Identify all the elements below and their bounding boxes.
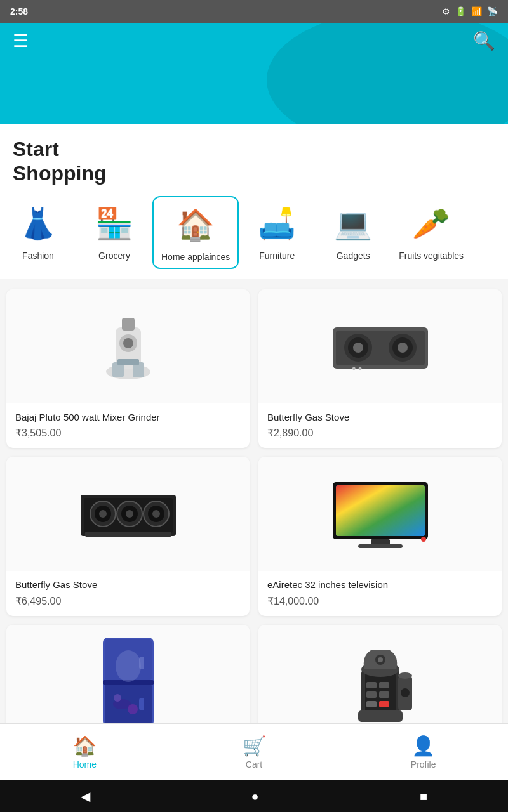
product-card-p1[interactable]: Bajaj Pluto 500 watt Mixer Grinder ₹3,50… (6, 289, 250, 449)
android-recent-button[interactable]: ■ (420, 789, 427, 804)
android-back-button[interactable]: ◀ (81, 789, 90, 804)
nav-label-cart: Cart (246, 759, 262, 769)
svg-point-49 (378, 657, 383, 662)
svg-rect-56 (358, 710, 403, 722)
product-info: Butterfly Gas Stove ₹2,890.00 (258, 403, 502, 449)
category-icon-wrap: 🏪 (91, 201, 137, 247)
category-item-fruits-vegetables[interactable]: 🥕 Fruits vegitables (391, 196, 471, 266)
product-info: Bajaj Pluto 500 watt Mixer Grinder ₹3,50… (6, 403, 250, 449)
svg-rect-31 (336, 485, 425, 536)
svg-point-43 (114, 694, 121, 702)
nav-label-profile: Profile (411, 759, 436, 769)
category-list: 👗 Fashion 🏪 Grocery 🏠 Home applainces 🛋️… (0, 186, 508, 279)
category-icon-wrap: 🥕 (408, 201, 454, 247)
category-item-furniture[interactable]: 🛋️ Furniture (239, 196, 315, 266)
product-image-wrap (6, 457, 250, 571)
product-image-wrap (258, 457, 502, 571)
category-label-fashion: Fashion (22, 251, 54, 261)
svg-rect-40 (139, 698, 144, 710)
svg-point-27 (152, 510, 160, 518)
battery-icon: 🔋 (455, 6, 466, 16)
category-item-gadgets[interactable]: 💻 Gadgets (315, 196, 391, 266)
category-icon-fashion: 👗 (19, 206, 57, 242)
category-icon-wrap: 🛋️ (254, 201, 300, 247)
svg-rect-33 (358, 544, 403, 548)
app-header: ☰ 🔍 (0, 23, 508, 124)
status-icons: ⚙ 🔋 📶 📡 (442, 6, 498, 16)
product-name: Butterfly Gas Stove (267, 411, 493, 424)
svg-rect-51 (379, 682, 389, 688)
category-item-home-applainces[interactable]: 🏠 Home applainces (152, 196, 239, 269)
product-price: ₹14,000.00 (267, 595, 493, 607)
category-label-home-applainces: Home applainces (161, 252, 230, 263)
android-home-button[interactable]: ● (251, 789, 258, 804)
category-icon-wrap: 👗 (15, 201, 61, 247)
nav-item-profile[interactable]: 👤 Profile (338, 735, 508, 769)
menu-icon[interactable]: ☰ (13, 30, 29, 51)
product-image-wrap (6, 289, 250, 403)
svg-point-44 (128, 704, 138, 714)
product-price: ₹3,505.00 (15, 427, 241, 439)
category-label-fruits-vegetables: Fruits vegitables (399, 251, 464, 261)
svg-rect-50 (366, 682, 377, 688)
product-name: Butterfly Gas Stove (15, 579, 241, 591)
category-icon-fruits-vegetables: 🥕 (412, 206, 450, 242)
category-icon-wrap: 🏠 (173, 202, 218, 248)
products-grid: Bajaj Pluto 500 watt Mixer Grinder ₹3,50… (6, 289, 502, 784)
signal-icon: 📡 (487, 6, 498, 16)
status-time: 2:58 (10, 6, 28, 16)
category-label-grocery: Grocery (98, 251, 130, 261)
nav-icon-home: 🏠 (73, 735, 97, 757)
svg-point-24 (126, 510, 133, 518)
category-item-fashion[interactable]: 👗 Fashion (0, 196, 76, 266)
svg-point-59 (401, 688, 410, 697)
hero-title: Start Shopping (13, 137, 495, 186)
svg-point-12 (353, 343, 363, 353)
category-icon-wrap: 💻 (330, 201, 376, 247)
svg-point-4 (123, 338, 133, 348)
search-icon[interactable]: 🔍 (473, 30, 495, 51)
category-label-gadgets: Gadgets (337, 251, 370, 261)
product-image-wrap (6, 625, 250, 739)
svg-rect-52 (366, 691, 377, 698)
svg-rect-55 (379, 701, 389, 707)
nav-item-cart[interactable]: 🛒 Cart (170, 735, 339, 769)
svg-point-21 (99, 510, 107, 518)
svg-point-34 (421, 537, 426, 542)
hero-section: Start Shopping (0, 124, 508, 186)
product-card-p2[interactable]: ● ● Butterfly Gas Stove ₹2,890.00 (258, 289, 502, 449)
svg-text:●  ●: ● ● (352, 364, 362, 372)
svg-rect-53 (379, 691, 389, 698)
product-info: eAiretec 32 inches television ₹14,000.00 (258, 571, 502, 616)
svg-rect-7 (117, 359, 139, 365)
android-nav-bar: ◀ ● ■ (0, 780, 508, 812)
svg-rect-2 (122, 318, 135, 331)
product-info: Butterfly Gas Stove ₹6,495.00 (6, 571, 250, 616)
product-name: eAiretec 32 inches television (267, 579, 493, 591)
category-icon-furniture: 🛋️ (258, 206, 296, 242)
svg-point-41 (116, 650, 141, 682)
product-image-wrap: ● ● (258, 289, 502, 403)
svg-rect-28 (85, 532, 171, 537)
category-item-grocery[interactable]: 🏪 Grocery (76, 196, 152, 266)
product-name: Bajaj Pluto 500 watt Mixer Grinder (15, 411, 241, 424)
category-icon-gadgets: 💻 (334, 206, 372, 242)
settings-icon: ⚙ (442, 6, 450, 16)
product-price: ₹2,890.00 (267, 427, 493, 439)
category-label-furniture: Furniture (259, 251, 295, 261)
product-price: ₹6,495.00 (15, 595, 241, 607)
svg-point-58 (398, 672, 412, 679)
products-section: Bajaj Pluto 500 watt Mixer Grinder ₹3,50… (0, 279, 508, 794)
svg-rect-54 (366, 701, 377, 707)
product-card-p4[interactable]: eAiretec 32 inches television ₹14,000.00 (258, 457, 502, 616)
product-card-p3[interactable]: Butterfly Gas Stove ₹6,495.00 (6, 457, 250, 616)
wifi-icon: 📶 (471, 6, 482, 16)
nav-icon-profile: 👤 (411, 735, 435, 757)
nav-item-home[interactable]: 🏠 Home (0, 735, 170, 769)
product-image-wrap (258, 625, 502, 739)
svg-point-15 (398, 343, 408, 353)
category-icon-grocery: 🏪 (95, 206, 133, 242)
bottom-nav: 🏠 Home 🛒 Cart 👤 Profile (0, 723, 508, 780)
category-icon-home-applainces: 🏠 (177, 207, 215, 243)
nav-icon-cart: 🛒 (243, 735, 266, 757)
